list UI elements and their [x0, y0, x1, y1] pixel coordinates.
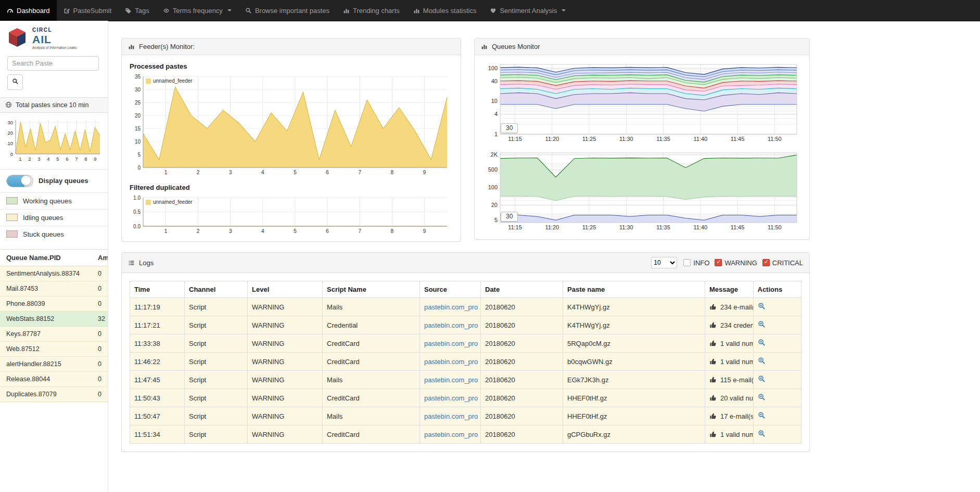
nav-item-dashboard[interactable]: Dashboard: [0, 0, 57, 21]
log-time: 11:17:21: [130, 316, 185, 334]
log-script-name: CreditCard: [323, 353, 420, 371]
top-navbar: Dashboard PasteSubmit Tags Terms frequen…: [0, 0, 980, 21]
show-paste-button[interactable]: [758, 357, 766, 365]
show-paste-button[interactable]: [758, 375, 766, 383]
svg-text:30: 30: [135, 87, 141, 93]
log-message-text: 17 e-mail(s): [720, 412, 753, 420]
log-level: WARNING: [248, 334, 323, 353]
queue-row[interactable]: Web.87512 0: [0, 341, 108, 356]
display-queues-label: Display queues: [39, 177, 88, 185]
svg-text:100: 100: [488, 65, 498, 71]
logs-header: Logs 10 INFO WARNING: [122, 253, 809, 273]
source-link[interactable]: pastebin.com_pro: [424, 321, 478, 329]
queue-amount-header: Amount: [92, 249, 108, 266]
log-channel: Script: [185, 316, 248, 334]
bar-chart-icon: [413, 7, 420, 14]
log-message: 1 valid number(s): [705, 353, 754, 371]
svg-text:8: 8: [84, 156, 87, 162]
svg-text:500: 500: [488, 166, 498, 173]
main-content: Feeder(s) Monitor: Processed pastes 0510…: [108, 21, 980, 492]
queues-legend: Working queues Idling queues Stuck queue…: [0, 192, 108, 242]
queue-row[interactable]: Release.88044 0: [0, 371, 108, 386]
log-source: pastebin.com_pro: [420, 316, 481, 334]
search-plus-icon: [758, 339, 766, 346]
thumbs-up-icon: [709, 376, 717, 383]
svg-text:11:35: 11:35: [656, 224, 670, 230]
nav-item-trending-charts[interactable]: Trending charts: [336, 0, 406, 21]
checkbox[interactable]: [762, 259, 770, 266]
queue-name: Keys.87787: [0, 326, 92, 341]
svg-text:1: 1: [19, 156, 21, 162]
pastes-sparkline-chart: 3020100123456789: [3, 117, 104, 162]
nav-item-pastesubmit[interactable]: PasteSubmit: [57, 0, 119, 21]
nav-item-modules-statistics[interactable]: Modules statistics: [406, 0, 483, 21]
show-paste-button[interactable]: [758, 320, 766, 328]
circl-cube-logo-icon: [6, 28, 28, 48]
source-link[interactable]: pastebin.com_pro: [424, 358, 478, 366]
source-link[interactable]: pastebin.com_pro: [424, 412, 478, 420]
nav-item-tags[interactable]: Tags: [118, 0, 156, 21]
range-value-box[interactable]: 30: [501, 123, 518, 133]
source-link[interactable]: pastebin.com_pro: [424, 376, 478, 384]
nav-item-sentiment-analysis[interactable]: Sentiment Analysis: [483, 0, 572, 21]
queue-row[interactable]: Keys.87787 0: [0, 326, 108, 341]
log-message-text: 234 credentials found.: [720, 321, 753, 329]
log-message-text: 115 e-mail(s): [720, 376, 753, 384]
search-paste-input[interactable]: [7, 56, 99, 71]
svg-text:11:45: 11:45: [731, 224, 745, 230]
log-message: 234 credentials found.: [705, 316, 754, 334]
search-paste-button[interactable]: [7, 74, 23, 90]
show-paste-button[interactable]: [758, 339, 766, 346]
queue-row[interactable]: WebStats.88152 32: [0, 311, 108, 326]
log-paste-name: K4THWgYj.gz: [563, 316, 705, 334]
log-level: WARNING: [248, 353, 323, 371]
page-size-select[interactable]: 10: [651, 257, 677, 268]
log-message-text: 1 valid number(s): [720, 340, 753, 347]
queue-row[interactable]: alertHandler.88215 0: [0, 356, 108, 371]
log-level-filter-critical[interactable]: CRITICAL: [762, 259, 803, 267]
log-level-filter-info[interactable]: INFO: [683, 259, 709, 267]
log-level-filter-warning[interactable]: WARNING: [715, 259, 757, 267]
show-paste-button[interactable]: [758, 411, 766, 419]
show-paste-button[interactable]: [758, 430, 766, 437]
log-date: 20180620: [481, 334, 563, 353]
nav-item-browse-important-pastes[interactable]: Browse important pastes: [238, 0, 336, 21]
show-paste-button[interactable]: [758, 302, 766, 310]
queue-row[interactable]: SentimentAnalysis.88374 0: [0, 266, 108, 281]
log-column-header: Time: [130, 281, 185, 298]
source-link[interactable]: pastebin.com_pro: [424, 303, 478, 311]
svg-text:8: 8: [391, 170, 394, 175]
svg-text:3: 3: [229, 170, 232, 175]
svg-text:20: 20: [491, 202, 498, 208]
source-link[interactable]: pastebin.com_pro: [424, 340, 478, 347]
nav-item-terms-frequency[interactable]: Terms frequency: [156, 0, 238, 21]
tag-icon: [125, 7, 132, 14]
show-paste-button[interactable]: [758, 393, 766, 401]
thumbs-up-icon: [709, 412, 717, 420]
log-source: pastebin.com_pro: [420, 334, 481, 353]
search-plus-icon: [758, 357, 766, 365]
svg-text:3: 3: [37, 156, 40, 162]
range-value-box[interactable]: 30: [501, 212, 518, 222]
queues-in-chart: 10040104111:1511:2011:2511:3011:3511:401…: [482, 61, 801, 145]
log-message-text: 1 valid number(s): [720, 358, 753, 366]
source-link[interactable]: pastebin.com_pro: [424, 394, 478, 402]
queue-row[interactable]: Duplicates.87079 0: [0, 386, 108, 402]
source-link[interactable]: pastebin.com_pro: [424, 431, 478, 438]
search-icon: [245, 7, 252, 14]
log-channel: Script: [185, 353, 248, 371]
log-date: 20180620: [481, 371, 563, 389]
feeder-monitor-panel: Feeder(s) Monitor: Processed pastes 0510…: [121, 38, 461, 242]
svg-text:30: 30: [7, 119, 13, 125]
checkbox[interactable]: [683, 259, 691, 266]
queue-row[interactable]: Phone.88039 0: [0, 296, 108, 311]
display-queues-toggle[interactable]: [6, 175, 33, 187]
svg-text:40: 40: [491, 78, 498, 84]
queue-row[interactable]: Mail.87453 0: [0, 281, 108, 296]
checkbox[interactable]: [715, 259, 722, 266]
queue-amount: 0: [92, 371, 108, 386]
legend-swatch: [146, 79, 151, 84]
queue-name: Duplicates.87079: [0, 386, 92, 402]
log-channel: Script: [185, 425, 248, 444]
processed-pastes-svg: 05101520253035123456789: [130, 73, 451, 176]
